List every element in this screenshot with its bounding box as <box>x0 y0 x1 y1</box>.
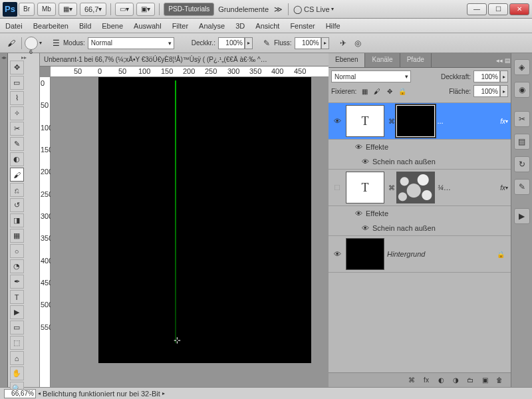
crop-tool[interactable]: ✂ <box>10 122 24 136</box>
group-icon[interactable]: 🗀 <box>465 375 475 386</box>
dock-color-icon[interactable]: ◉ <box>514 82 530 98</box>
brush-panel-toggle[interactable]: ☰ <box>49 36 63 51</box>
menu-ebene[interactable]: Ebene <box>102 22 123 30</box>
fx-effects-row[interactable]: 👁Effekte <box>329 140 511 154</box>
gradient-tool[interactable]: ▦ <box>10 229 24 243</box>
layer-thumb[interactable] <box>346 238 384 270</box>
fx-badge-icon[interactable]: fx <box>500 184 505 192</box>
layer-thumb[interactable]: T <box>346 105 384 137</box>
zoom-input[interactable]: 66,67% <box>4 389 36 398</box>
tab-pfade[interactable]: Pfade <box>400 53 432 67</box>
stamp-tool[interactable]: ⎌ <box>10 183 24 197</box>
menu-auswahl[interactable]: Auswahl <box>134 22 162 30</box>
fx-badge-icon[interactable]: fx <box>500 118 505 125</box>
history-brush-tool[interactable]: ↺ <box>10 198 24 212</box>
titlebar-zoom[interactable]: 66,7 ▾ <box>80 3 106 16</box>
layer-mask-thumb[interactable] <box>396 105 435 137</box>
cslive-button[interactable]: CS Live <box>304 5 330 13</box>
lasso-tool[interactable]: ⌇ <box>10 91 24 105</box>
layer-row-1[interactable]: 👁 T ⌘ ... fx▾ <box>329 102 511 140</box>
tool-preset-icon[interactable]: 🖌 <box>4 36 19 51</box>
adjustment-icon[interactable]: ◑ <box>450 375 461 386</box>
blend-mode-dropdown[interactable]: Normal <box>88 37 174 49</box>
dock-styles-icon[interactable]: ▤ <box>514 134 530 150</box>
layer-mask-thumb[interactable] <box>396 172 435 203</box>
brush-tool[interactable]: 🖌 <box>10 168 24 182</box>
layer-name[interactable]: ... <box>438 117 497 125</box>
bridge-button[interactable]: Br <box>19 3 35 16</box>
eraser-tool[interactable]: ◨ <box>10 213 24 227</box>
lock-pixels-icon[interactable]: ▦ <box>359 86 370 96</box>
pen-tool[interactable]: ✒ <box>10 275 24 289</box>
ruler-vertical[interactable]: 050100150200250300350400450500550 <box>40 77 51 387</box>
delete-icon[interactable]: 🗑 <box>494 375 505 386</box>
lock-paint-icon[interactable]: 🖌 <box>372 86 382 96</box>
tab-ebenen[interactable]: Ebenen <box>329 53 365 67</box>
layer-thumb[interactable]: T <box>346 172 384 203</box>
dock-adjust-icon[interactable]: ✂ <box>514 111 530 127</box>
maximize-button[interactable]: ☐ <box>488 3 508 15</box>
path-select-tool[interactable]: ▶ <box>10 305 24 319</box>
fx-outerglow-row[interactable]: 👁Schein nach außen <box>329 154 511 169</box>
3d-camera-tool[interactable]: ⌂ <box>10 351 24 365</box>
visibility-toggle[interactable]: 👁 <box>331 248 343 260</box>
airbrush-icon[interactable]: ✈ <box>336 36 350 51</box>
fill-arrow-icon[interactable]: ▸ <box>500 85 508 97</box>
workspace-tab-1[interactable]: PSD-Tutorials <box>164 3 214 16</box>
chevron-right-icon[interactable]: ≫ <box>274 5 283 14</box>
view-extras-button[interactable]: ▦▾ <box>59 3 77 16</box>
status-arrow-left-icon[interactable]: ◂ <box>38 390 41 396</box>
shape-tool[interactable]: ▭ <box>10 321 24 334</box>
pressure-size-icon[interactable]: ◎ <box>350 36 365 51</box>
status-arrow-right-icon[interactable]: ▸ <box>162 390 165 396</box>
panel-menu-icon[interactable]: ◂◂ ▤ <box>496 53 511 67</box>
arrange-button[interactable]: ▭▾ <box>115 3 134 16</box>
visibility-toggle[interactable]: ☐ <box>331 182 343 194</box>
dock-history-icon[interactable]: ▶ <box>514 208 530 224</box>
layer-blend-dropdown[interactable]: Normal <box>331 70 411 82</box>
lock-position-icon[interactable]: ✥ <box>384 86 395 96</box>
visibility-toggle[interactable]: 👁 <box>331 115 343 127</box>
tab-kanaele[interactable]: Kanäle <box>365 53 400 67</box>
menu-analyse[interactable]: Analyse <box>199 22 225 30</box>
mask-icon[interactable]: ◐ <box>436 375 446 386</box>
move-tool[interactable]: ✥ <box>10 61 24 74</box>
type-tool[interactable]: T <box>10 290 24 304</box>
menu-bild[interactable]: Bild <box>79 22 91 30</box>
dock-layers-icon[interactable]: ◈ <box>514 59 530 75</box>
opacity-input[interactable]: 100% <box>218 37 245 49</box>
minimize-button[interactable]: — <box>467 3 487 15</box>
dock-paragraph-icon[interactable]: ✎ <box>514 179 530 195</box>
layer-opacity-input[interactable]: 100% <box>473 70 500 82</box>
ruler-horizontal[interactable]: 50050100150200250300350400450 <box>51 66 329 77</box>
layer-name[interactable]: ¼… <box>438 184 497 192</box>
3d-tool[interactable]: ⬚ <box>10 336 24 350</box>
layer-row-2[interactable]: ☐ T ⌘ ¼… fx▾ <box>329 169 511 206</box>
marquee-tool[interactable]: ▭ <box>10 76 24 90</box>
magic-wand-tool[interactable]: ✧ <box>10 106 24 120</box>
menu-fenster[interactable]: Fenster <box>290 22 315 30</box>
minibridge-button[interactable]: Mb <box>37 3 56 16</box>
layer-fill-input[interactable]: 100% <box>473 85 500 97</box>
pressure-opacity-icon[interactable]: ✎ <box>259 36 274 51</box>
menu-bearbeiten[interactable]: Bearbeiten <box>33 22 68 30</box>
menu-3d[interactable]: 3D <box>235 22 245 30</box>
new-layer-icon[interactable]: ▣ <box>479 375 490 386</box>
lock-all-icon[interactable]: 🔒 <box>397 86 408 96</box>
panel-gutter-left[interactable]: ◂▸ <box>0 53 8 387</box>
blur-tool[interactable]: ○ <box>10 244 24 258</box>
dodge-tool[interactable]: ◔ <box>10 259 24 273</box>
menu-datei[interactable]: Datei <box>5 22 23 30</box>
menu-ansicht[interactable]: Ansicht <box>255 22 279 30</box>
close-button[interactable]: ✕ <box>509 3 529 15</box>
brush-preview-icon[interactable]: 6 <box>25 37 38 50</box>
fx-effects-row[interactable]: 👁Effekte <box>329 206 511 221</box>
opacity-flyout-icon[interactable]: ▸ <box>245 37 253 49</box>
flow-input[interactable]: 100% <box>295 37 321 49</box>
link-layers-icon[interactable]: ⌘ <box>406 375 417 386</box>
layer-name[interactable]: Hintergrund <box>387 250 495 258</box>
dock-character-icon[interactable]: ↻ <box>514 156 530 172</box>
hand-tool[interactable]: ✋ <box>10 366 24 380</box>
screenmode-button[interactable]: ▣▾ <box>136 3 155 16</box>
document-tab[interactable]: Unbenannt-1 bei 66,7% (¼;xÄ•Y €3öÚ€yÈ8¦!… <box>40 53 329 66</box>
